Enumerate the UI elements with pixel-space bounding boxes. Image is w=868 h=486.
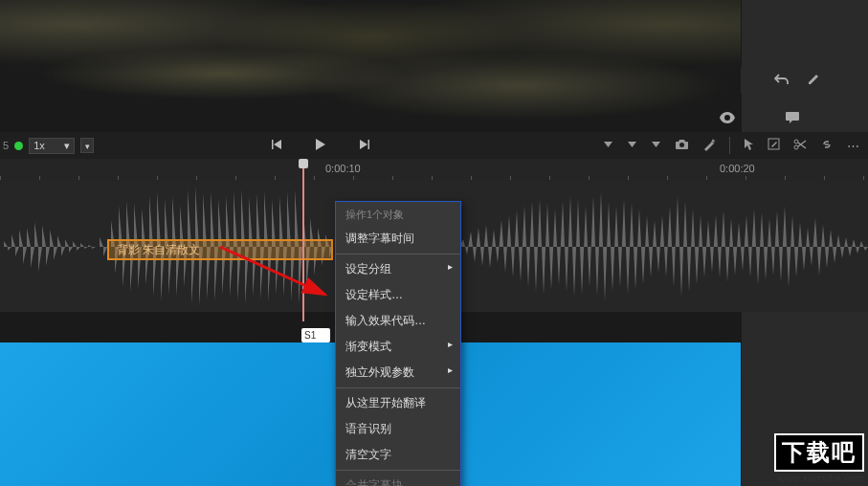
ruler-time-10: 0:00:10	[325, 163, 361, 174]
svg-point-1	[794, 140, 798, 144]
record-indicator-icon	[14, 142, 23, 150]
speed-selector[interactable]: 1x ▾	[29, 138, 75, 154]
speed-dropdown-extra[interactable]: ▾	[80, 138, 94, 153]
menu-merge-subtitle: 合并字幕块	[336, 473, 460, 486]
toolbar-divider	[729, 137, 730, 154]
marker-down-icon[interactable]	[603, 139, 613, 153]
menu-independent-appearance[interactable]: 独立外观参数 ▸	[336, 360, 460, 386]
edit-box-icon[interactable]	[768, 138, 780, 153]
watermark-url: www.xiazaiba.com	[774, 473, 864, 484]
marker-down3-icon[interactable]	[651, 139, 661, 153]
subtitle-text: 背影 朱自清散文	[117, 243, 200, 256]
ruler-time-20: 0:00:20	[720, 163, 755, 174]
menu-adjust-time[interactable]: 调整字幕时间	[336, 226, 460, 252]
context-menu: 操作1个对象 调整字幕时间 设定分组 ▸ 设定样式… 输入效果代码… 渐变模式 …	[335, 201, 461, 486]
menu-translate[interactable]: 从这里开始翻译	[336, 390, 460, 416]
link-icon[interactable]	[820, 138, 834, 154]
marker-down2-icon[interactable]	[627, 139, 637, 153]
menu-clear-text[interactable]: 清空文字	[336, 442, 460, 468]
visibility-icon[interactable]	[720, 111, 735, 126]
timeline-ruler[interactable]: 0:00:10 0:00:20	[0, 159, 868, 182]
video-preview	[0, 0, 741, 122]
menu-separator	[336, 254, 460, 254]
svg-point-2	[794, 145, 798, 149]
chevron-right-icon: ▸	[448, 261, 453, 272]
chevron-down-icon: ▾	[64, 140, 70, 152]
menu-separator	[336, 387, 460, 388]
track-handle[interactable]: S1	[301, 328, 330, 342]
subtitle-clip[interactable]: 背影 朱自清散文	[107, 239, 333, 260]
speed-value: 1x	[33, 140, 45, 151]
chevron-right-icon: ▸	[448, 339, 453, 349]
menu-set-style[interactable]: 设定样式…	[336, 282, 460, 308]
scissors-icon[interactable]	[793, 138, 807, 154]
five-label: 5	[3, 140, 9, 151]
watermark: 下载吧 www.xiazaiba.com	[774, 433, 864, 484]
wand-icon[interactable]	[702, 138, 716, 154]
play-icon[interactable]	[315, 138, 326, 154]
menu-independent-label: 独立外观参数	[345, 365, 414, 379]
playhead[interactable]	[302, 159, 304, 321]
menu-input-effect[interactable]: 输入效果代码…	[336, 308, 460, 334]
menu-header: 操作1个对象	[336, 204, 460, 226]
menu-gradient-mode[interactable]: 渐变模式 ▸	[336, 334, 460, 360]
more-icon[interactable]: ⋯	[847, 139, 859, 153]
menu-set-group-label: 设定分组	[345, 262, 391, 276]
cursor-icon[interactable]	[744, 138, 754, 154]
skip-back-icon[interactable]	[271, 139, 282, 153]
edit-pencil-icon[interactable]	[807, 73, 820, 89]
menu-speech-recognition[interactable]: 语音识别	[336, 416, 460, 442]
menu-set-group[interactable]: 设定分组 ▸	[336, 256, 460, 282]
watermark-logo: 下载吧	[774, 433, 864, 472]
transport-bar: 5 1x ▾ ▾	[0, 132, 868, 159]
comment-icon[interactable]	[785, 111, 800, 127]
menu-gradient-label: 渐变模式	[345, 340, 391, 353]
menu-separator	[336, 470, 460, 471]
skip-forward-icon[interactable]	[359, 139, 370, 153]
camera-icon[interactable]	[675, 139, 689, 153]
chevron-right-icon: ▸	[448, 364, 453, 375]
undo-icon[interactable]	[774, 73, 790, 89]
handle-label: S1	[304, 330, 316, 341]
